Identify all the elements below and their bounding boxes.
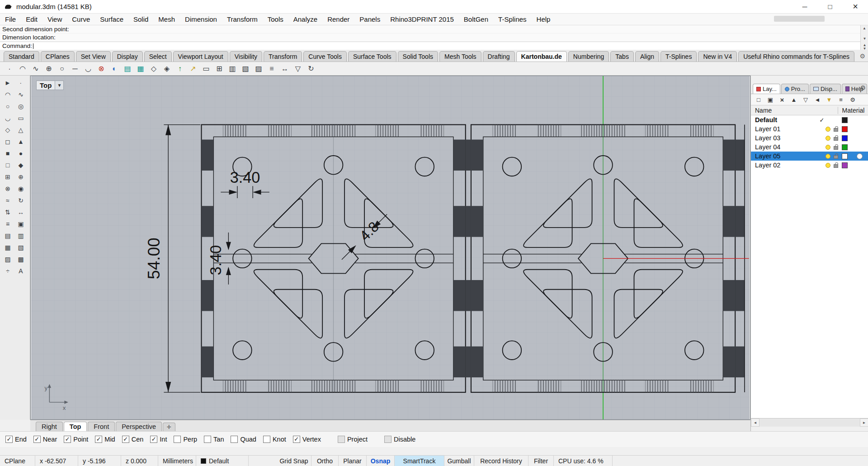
checkbox[interactable] xyxy=(64,436,71,443)
hatch-b-icon[interactable]: ▥ xyxy=(15,230,27,241)
tab-cplanes[interactable]: CPlanes xyxy=(41,51,75,62)
tab-surface-tools[interactable]: Surface Tools xyxy=(348,51,396,62)
surface-plane-icon[interactable]: ◻ xyxy=(2,136,14,147)
layer-color-swatch[interactable] xyxy=(842,153,848,159)
minimize-button[interactable]: ─ xyxy=(792,0,817,14)
panel-tab-properties[interactable]: Pro... xyxy=(781,84,809,94)
surface-from-curves-icon[interactable]: ▤ xyxy=(122,63,133,75)
solid-tool-icon[interactable]: ◆ xyxy=(15,160,27,171)
osnap-knot[interactable]: Knot xyxy=(263,436,286,443)
hatch-dense-icon[interactable]: ▨ xyxy=(253,63,264,75)
point-icon[interactable]: ∙ xyxy=(4,63,15,75)
select-arrow-icon[interactable]: ► xyxy=(2,77,14,88)
boolean-difference-icon[interactable]: ⊗ xyxy=(2,183,14,194)
add-viewport-tab-icon[interactable]: ✛ xyxy=(163,423,175,431)
delete-layer-icon[interactable]: × xyxy=(777,95,788,105)
rebuild-tool-icon[interactable]: ≈ xyxy=(2,195,14,206)
tab-kartonbau[interactable]: Kartonbau.de xyxy=(516,51,567,62)
toggle-ortho[interactable]: Ortho xyxy=(311,456,339,466)
checkbox[interactable] xyxy=(293,436,300,443)
menu-render[interactable]: Render xyxy=(322,14,354,25)
blend-icon[interactable]: ◈ xyxy=(161,63,173,75)
array-tool-icon[interactable]: ⊞ xyxy=(2,171,14,182)
layer-list-icon[interactable]: ≡ xyxy=(835,95,846,105)
tab-solid-tools[interactable]: Solid Tools xyxy=(398,51,438,62)
layer-color-swatch[interactable] xyxy=(842,144,848,150)
move-tool-icon[interactable]: ↔ xyxy=(15,207,27,218)
curve-tool-icon[interactable]: ∿ xyxy=(15,89,27,100)
new-layer-icon[interactable]: □ xyxy=(753,95,764,105)
menu-analyze[interactable]: Analyze xyxy=(288,14,322,25)
plane-icon[interactable]: ▭ xyxy=(200,63,212,75)
osnap-disable[interactable]: Disable xyxy=(384,436,415,443)
menu-dimension[interactable]: Dimension xyxy=(180,14,222,25)
bulb-icon[interactable] xyxy=(826,136,830,141)
new-sublayer-icon[interactable]: ▣ xyxy=(765,95,776,105)
command-history[interactable]: Second dimension point: Dimension locati… xyxy=(0,25,860,42)
scroll-right-icon[interactable]: ► xyxy=(860,418,868,427)
scroll-up-icon[interactable]: ▲ xyxy=(861,25,868,31)
checkbox[interactable] xyxy=(5,436,13,443)
group-icon[interactable]: ⊗ xyxy=(95,63,107,75)
menu-curve[interactable]: Curve xyxy=(67,14,95,25)
menu-view[interactable]: View xyxy=(42,14,67,25)
mesh-diag-icon[interactable]: ▧ xyxy=(15,242,27,253)
lock-icon[interactable] xyxy=(834,155,838,159)
tab-drafting[interactable]: Drafting xyxy=(483,51,515,62)
checkbox[interactable] xyxy=(150,436,157,443)
tab-standard[interactable]: Standard xyxy=(4,51,39,62)
patch-icon[interactable]: ◇ xyxy=(148,63,160,75)
checkbox[interactable] xyxy=(231,436,238,443)
menu-tsplines[interactable]: T-Splines xyxy=(493,14,532,25)
tab-useful-rhino-commands[interactable]: Useful Rhino commands for T-Splines xyxy=(738,51,854,62)
slope-analysis-icon[interactable]: ↗ xyxy=(187,63,199,75)
mesh-tool-icon[interactable]: ▦ xyxy=(2,242,14,253)
panel-tab-display[interactable]: Disp... xyxy=(810,84,841,94)
layer-color-swatch[interactable] xyxy=(842,117,848,123)
osnap-point[interactable]: Point xyxy=(64,436,88,443)
layer-color-swatch[interactable] xyxy=(842,126,848,132)
control-point-curve-icon[interactable]: ◠ xyxy=(17,63,28,75)
expand-collapse-icon[interactable]: ◄ xyxy=(812,95,823,105)
tab-options-gear-icon[interactable]: ⚙ xyxy=(859,52,865,60)
text-tool-icon[interactable]: A xyxy=(15,266,27,276)
checkbox[interactable] xyxy=(174,436,181,443)
ellipse-tool-icon[interactable]: ◎ xyxy=(15,101,27,112)
filter-funnel-icon[interactable]: ▼ xyxy=(824,95,835,105)
extrude-icon[interactable]: ↑ xyxy=(174,63,186,75)
osnap-vertex[interactable]: Vertex xyxy=(293,436,321,443)
viewport-tab-perspective[interactable]: Perspective xyxy=(116,422,162,431)
layout-icon[interactable]: ≡ xyxy=(266,63,278,75)
menu-tools[interactable]: Tools xyxy=(263,14,288,25)
layer-row-01[interactable]: Layer 01 ✓ xyxy=(751,124,868,133)
point-grid-icon[interactable]: ⊞ xyxy=(213,63,225,75)
block-tool-icon[interactable]: ▣ xyxy=(15,219,27,229)
tab-transform[interactable]: Transform xyxy=(264,51,302,62)
toggle-record-history[interactable]: Record History xyxy=(474,456,528,466)
toggle-planar[interactable]: Planar xyxy=(339,456,367,466)
polyline-tool-icon[interactable]: △ xyxy=(15,124,27,135)
move-layer-down-icon[interactable]: ▽ xyxy=(800,95,811,105)
menu-surface[interactable]: Surface xyxy=(95,14,128,25)
mesh-dense-icon[interactable]: ▩ xyxy=(15,254,27,265)
viewport-tab-front[interactable]: Front xyxy=(88,422,115,431)
point-tool-icon[interactable]: ∙ xyxy=(15,77,27,88)
maximize-button[interactable]: □ xyxy=(817,0,843,14)
rotate-tool-icon[interactable]: ↻ xyxy=(15,195,27,206)
osnap-project[interactable]: Project xyxy=(338,436,368,443)
interpolate-curve-icon[interactable]: ∿ xyxy=(30,63,42,75)
osnap-perp[interactable]: Perp xyxy=(174,436,197,443)
statusbar-units[interactable]: Millimeters xyxy=(158,456,196,466)
tab-select[interactable]: Select xyxy=(144,51,172,62)
tab-display[interactable]: Display xyxy=(112,51,143,62)
divide-tool-icon[interactable]: ÷ xyxy=(2,266,14,276)
checkbox[interactable] xyxy=(33,436,41,443)
command-scrollbar[interactable]: ▲ ▼ ▲ ▼ xyxy=(860,25,868,50)
circle-tool-icon[interactable]: ○ xyxy=(2,101,14,112)
sphere-tool-icon[interactable]: ● xyxy=(15,148,27,159)
flip-direction-icon[interactable]: ◐ xyxy=(108,63,120,75)
bulb-icon[interactable] xyxy=(826,163,830,168)
panel-gear-icon[interactable]: ⚙ xyxy=(860,84,866,91)
bulb-icon[interactable] xyxy=(826,127,830,132)
scroll-left-icon[interactable]: ◄ xyxy=(751,418,760,427)
